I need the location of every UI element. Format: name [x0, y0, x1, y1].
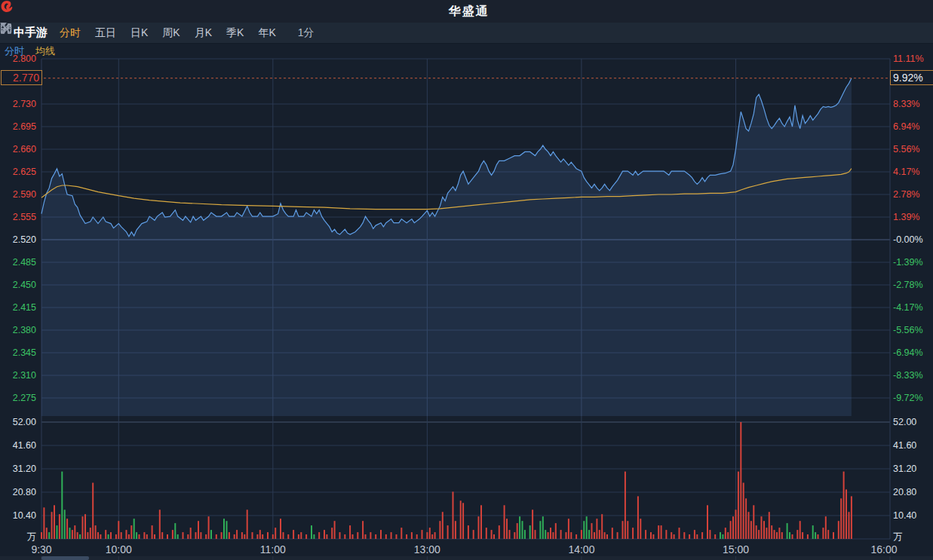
- current-pct-tag: 9.92%: [890, 70, 933, 85]
- current-price-tag: 2.770: [1, 70, 42, 85]
- tab-timeshare[interactable]: 分时: [60, 26, 81, 40]
- legend-item-timeshare[interactable]: 分时: [5, 44, 24, 58]
- period-tabs: 分时五日日K周K月K季K年K: [60, 26, 290, 40]
- volume-axis-label: 52.00: [893, 416, 916, 428]
- interval-label: 1分: [298, 26, 315, 40]
- volume-axis-label: 41.60: [893, 439, 916, 451]
- app-logo: 华盛通: [444, 4, 490, 20]
- volume-axis-label: 20.80: [0, 486, 36, 498]
- price-axis-label: 2.485: [0, 256, 36, 268]
- price-axis-label: 2.730: [0, 98, 36, 110]
- hstong-chart-window: 2.80011.11%2.7308.33%2.6956.94%2.6605.56…: [0, 0, 933, 560]
- tab-monthly-k[interactable]: 月K: [195, 26, 212, 40]
- percent-axis-label: 6.94%: [893, 121, 919, 133]
- percent-axis-label: 5.56%: [893, 143, 919, 155]
- chart-area[interactable]: 2.80011.11%2.7308.33%2.6956.94%2.6605.56…: [0, 0, 933, 560]
- volume-axis-label: 52.00: [0, 416, 36, 428]
- percent-axis-label: 4.17%: [893, 166, 919, 178]
- price-axis-label: 2.590: [0, 188, 36, 200]
- price-axis-label: 2.695: [0, 121, 36, 133]
- volume-unit-label: 万: [0, 531, 36, 543]
- chart-scrollbar[interactable]: [0, 556, 933, 560]
- price-axis-label: 2.345: [0, 347, 36, 359]
- tab-quarterly-k[interactable]: 季K: [226, 26, 244, 40]
- percent-axis-label: -0.00%: [893, 234, 923, 246]
- tab-five-day[interactable]: 五日: [95, 26, 116, 40]
- time-axis-label: 15:00: [723, 543, 749, 555]
- price-axis-label: 2.660: [0, 143, 36, 155]
- volume-unit-label: 万: [893, 531, 903, 543]
- tab-daily-k[interactable]: 日K: [130, 26, 148, 40]
- time-axis-label: 14:00: [568, 543, 594, 555]
- timeshare-chart-canvas[interactable]: [0, 0, 933, 560]
- legend-item-ma[interactable]: 均线: [35, 44, 55, 58]
- price-axis-label: 2.520: [0, 234, 36, 246]
- percent-axis-label: -2.78%: [893, 279, 923, 291]
- volume-axis-label: 41.60: [0, 439, 36, 451]
- time-axis-label: 13:00: [414, 543, 440, 555]
- volume-axis-label: 20.80: [893, 486, 916, 498]
- interval-select[interactable]: 1分: [298, 26, 318, 40]
- volume-axis-label: 10.40: [0, 510, 36, 522]
- volume-axis-label: 31.20: [893, 463, 916, 475]
- price-axis-label: 2.625: [0, 166, 36, 178]
- percent-axis-label: -5.56%: [893, 324, 923, 336]
- price-axis-label: 2.275: [0, 392, 36, 404]
- stock-name[interactable]: 中手游: [14, 26, 48, 40]
- percent-axis-label: -9.72%: [893, 392, 923, 404]
- percent-axis-label: -6.94%: [893, 347, 923, 359]
- price-axis-label: 2.380: [0, 324, 36, 336]
- price-axis-label: 2.415: [0, 301, 36, 314]
- time-axis-label: 9:30: [31, 543, 51, 555]
- time-axis-label: 11:00: [260, 543, 286, 555]
- price-axis-label: 2.450: [0, 279, 36, 291]
- percent-axis-label: -4.17%: [893, 301, 923, 314]
- percent-axis-label: -1.39%: [893, 256, 923, 268]
- volume-axis-label: 10.40: [893, 510, 916, 522]
- tab-yearly-k[interactable]: 年K: [258, 26, 275, 40]
- price-axis-label: 2.555: [0, 211, 36, 223]
- time-axis-label: 16:00: [870, 543, 897, 555]
- price-axis-label: 2.310: [0, 369, 36, 381]
- tab-weekly-k[interactable]: 周K: [162, 26, 180, 40]
- percent-axis-label: -8.33%: [893, 369, 923, 381]
- percent-axis-label: 8.33%: [893, 98, 919, 110]
- scrollbar-thumb[interactable]: [41, 556, 89, 560]
- time-axis-label: 10:00: [106, 543, 132, 555]
- legend-row: 分时 均线: [0, 44, 933, 59]
- chart-toolbar: 中手游 分时五日日K周K月K季K年K 1分: [0, 23, 933, 44]
- percent-axis-label: 2.78%: [893, 188, 919, 200]
- volume-axis-label: 31.20: [0, 463, 36, 475]
- app-title: 华盛通: [449, 4, 490, 20]
- percent-axis-label: 1.39%: [893, 211, 919, 223]
- window-titlebar: 华盛通: [0, 0, 933, 23]
